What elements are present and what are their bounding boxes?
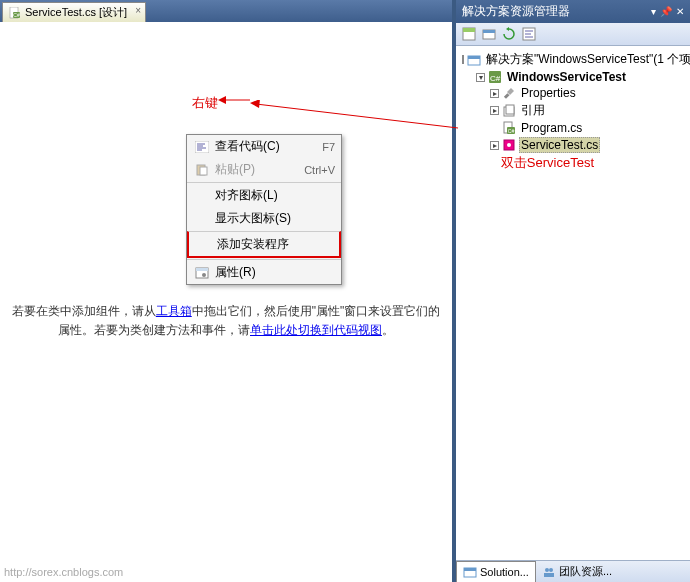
panel-bottom-tabs: Solution... 团队资源... (456, 560, 690, 582)
tree-label: 解决方案"WindowsServiceTest"(1 个项目) (484, 51, 690, 68)
context-menu: 查看代码(C) F7 粘贴(P) Ctrl+V 对齐图标(L) 显示大图标(S) (186, 134, 342, 285)
svg-rect-30 (504, 93, 510, 99)
menu-show-large[interactable]: 显示大图标(S) (187, 207, 341, 230)
menu-label: 属性(R) (215, 264, 335, 281)
tab-bar: C# ServiceTest.cs [设计] × (0, 0, 452, 22)
dropdown-icon[interactable]: ▾ (651, 6, 656, 17)
solution-tree: 解决方案"WindowsServiceTest"(1 个项目) ▾ C# Win… (456, 46, 690, 560)
component-icon (502, 138, 516, 152)
svg-rect-15 (196, 268, 208, 271)
tree-label: WindowsServiceTest (505, 70, 628, 84)
csharp-file-icon: C# (9, 7, 21, 19)
code-icon (193, 139, 211, 155)
close-icon[interactable]: × (135, 5, 141, 16)
svg-marker-4 (218, 96, 226, 104)
svg-rect-13 (200, 167, 207, 175)
tree-references[interactable]: ▸ 引用 (458, 101, 688, 120)
paste-icon (193, 162, 211, 178)
svg-rect-42 (544, 573, 554, 577)
tree-servicetest-cs[interactable]: ▸ ServiceTest.cs (458, 136, 688, 154)
svg-rect-39 (464, 568, 476, 571)
toolbar-properties-icon[interactable] (460, 25, 478, 43)
menu-add-installer[interactable]: 添加安装程序 (187, 231, 341, 258)
references-icon (502, 104, 516, 118)
tab-label: ServiceTest.cs [设计] (25, 5, 127, 20)
link-toolbox[interactable]: 工具箱 (156, 304, 192, 318)
designer-info-text: 若要在类中添加组件，请从工具箱中拖出它们，然后使用"属性"窗口来设置它们的属性。… (6, 302, 446, 340)
expander-icon[interactable]: ▸ (490, 89, 499, 98)
menu-label: 显示大图标(S) (215, 210, 335, 227)
svg-rect-7 (195, 141, 209, 153)
watermark: http://sorex.cnblogs.com (4, 566, 123, 578)
expander-icon[interactable]: ▾ (476, 73, 485, 82)
annotation-double-click: 双击ServiceTest (501, 154, 594, 172)
panel-title-text: 解决方案资源管理器 (462, 3, 570, 20)
svg-line-5 (256, 104, 458, 128)
panel-toolbar (456, 23, 690, 46)
close-icon[interactable]: ✕ (676, 6, 684, 17)
tab-servicetest-design[interactable]: C# ServiceTest.cs [设计] × (2, 2, 146, 22)
menu-label: 对齐图标(L) (215, 187, 335, 204)
svg-point-40 (545, 568, 549, 572)
menu-hotkey: Ctrl+V (304, 164, 335, 176)
properties-icon (193, 265, 211, 281)
expander-icon[interactable] (462, 55, 464, 64)
solution-icon (463, 565, 477, 579)
toolbar-showall-icon[interactable] (480, 25, 498, 43)
tab-solution-explorer[interactable]: Solution... (456, 561, 536, 582)
expander-icon[interactable]: ▸ (490, 106, 499, 115)
menu-hotkey: F7 (322, 141, 335, 153)
designer-surface[interactable]: 右键 查看代码(C) F7 粘贴(P) Ctrl+V (0, 22, 452, 582)
panel-title: 解决方案资源管理器 ▾ 📌 ✕ (456, 0, 690, 23)
svg-rect-32 (506, 105, 514, 114)
wrench-icon (502, 86, 516, 100)
menu-properties[interactable]: 属性(R) (187, 259, 341, 284)
svg-rect-27 (468, 56, 480, 59)
svg-point-41 (549, 568, 553, 572)
menu-label: 查看代码(C) (215, 138, 322, 155)
svg-text:C#: C# (490, 74, 501, 83)
svg-rect-20 (483, 30, 495, 33)
csharp-file-icon: C# (502, 121, 516, 135)
tree-label: Program.cs (519, 121, 584, 135)
menu-paste[interactable]: 粘贴(P) Ctrl+V (187, 158, 341, 181)
menu-label: 添加安装程序 (217, 236, 333, 253)
solution-icon (467, 53, 481, 67)
annotation-right-click: 右键 (192, 94, 218, 112)
svg-point-37 (507, 143, 511, 147)
toolbar-code-icon[interactable] (520, 25, 538, 43)
svg-marker-6 (250, 100, 260, 108)
tree-properties[interactable]: ▸ Properties (458, 85, 688, 101)
tab-team-explorer[interactable]: 团队资源... (536, 561, 618, 582)
menu-view-code[interactable]: 查看代码(C) F7 (187, 135, 341, 158)
svg-point-16 (202, 273, 206, 277)
tree-label: 引用 (519, 102, 547, 119)
svg-marker-21 (506, 27, 509, 31)
tab-label: 团队资源... (559, 564, 612, 579)
tree-program-cs[interactable]: C# Program.cs (458, 120, 688, 136)
link-code-view[interactable]: 单击此处切换到代码视图 (250, 323, 382, 337)
toolbar-refresh-icon[interactable] (500, 25, 518, 43)
expander-icon[interactable]: ▸ (490, 141, 499, 150)
tree-project[interactable]: ▾ C# WindowsServiceTest (458, 69, 688, 85)
menu-align-icons[interactable]: 对齐图标(L) (187, 182, 341, 207)
menu-label: 粘贴(P) (215, 161, 304, 178)
tab-label: Solution... (480, 566, 529, 578)
svg-rect-18 (463, 28, 475, 32)
csharp-project-icon: C# (488, 70, 502, 84)
pin-icon[interactable]: 📌 (660, 6, 672, 17)
team-icon (542, 565, 556, 579)
tree-label: Properties (519, 86, 578, 100)
tree-solution[interactable]: 解决方案"WindowsServiceTest"(1 个项目) (458, 50, 688, 69)
svg-text:C#: C# (13, 12, 20, 18)
svg-text:C#: C# (508, 128, 515, 134)
tree-label: ServiceTest.cs (519, 137, 600, 153)
